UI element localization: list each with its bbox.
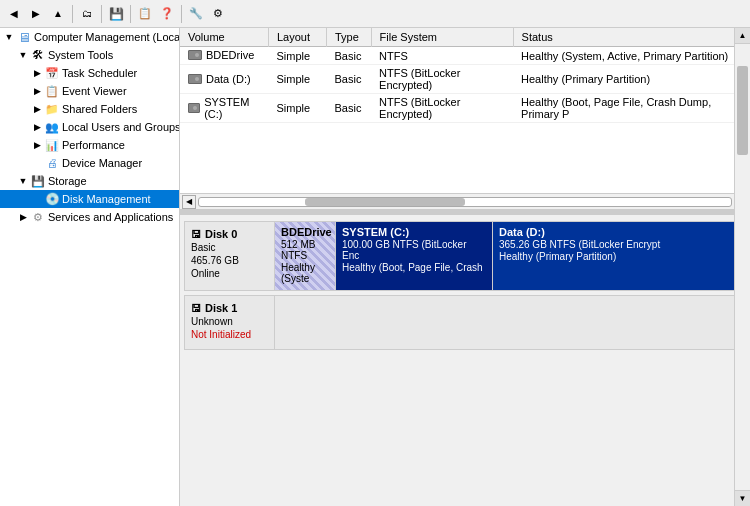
sidebar-item-event-viewer[interactable]: ▶ 📋 Event Viewer [0, 82, 179, 100]
cell-volume: Data (D:) [180, 65, 268, 94]
system-tools-icon: 🛠 [30, 47, 46, 63]
partition-bdedrive[interactable]: BDEDrive 512 MB NTFS Healthy (Syste [275, 222, 336, 290]
partition-bdedrive-status: Healthy (Syste [281, 262, 329, 284]
expand-services: ▶ [16, 210, 30, 224]
sidebar-item-task-scheduler[interactable]: ▶ 📅 Task Scheduler [0, 64, 179, 82]
sep2 [101, 5, 102, 23]
disk-layout-section: 🖫 Disk 0 Basic 465.76 GB Online BDEDrive… [180, 213, 750, 506]
hdd-icon [188, 103, 200, 113]
partition-bdedrive-name: BDEDrive [281, 226, 329, 238]
main-container: ▼ 🖥 Computer Management (Local ▼ 🛠 Syste… [0, 28, 750, 506]
system-tools-label: System Tools [48, 49, 113, 61]
expand-local-users: ▶ [30, 120, 44, 134]
disk-1-name: 🖫 Disk 1 [191, 302, 268, 314]
cell-status: Healthy (Primary Partition) [513, 65, 749, 94]
h-scroll-track[interactable] [198, 197, 732, 207]
table-row[interactable]: BDEDrive Simple Basic NTFS Healthy (Syst… [180, 47, 750, 65]
device-manager-icon: 🖨 [44, 155, 60, 171]
storage-label: Storage [48, 175, 87, 187]
scroll-left-btn[interactable]: ◀ [182, 195, 196, 209]
disk-row-1: 🖫 Disk 1 Unknown Not Initialized [184, 295, 746, 350]
help-button[interactable]: ❓ [157, 4, 177, 24]
disk-1-type: Unknown [191, 316, 268, 327]
partition-system-status: Healthy (Boot, Page File, Crash [342, 262, 486, 273]
computer-icon: 🖥 [16, 29, 32, 45]
disk-1-info: 🖫 Disk 1 Unknown Not Initialized [185, 296, 275, 349]
cell-status: Healthy (System, Active, Primary Partiti… [513, 47, 749, 65]
disk-management-icon: 💿 [44, 191, 60, 207]
v-scroll-thumb[interactable] [737, 66, 748, 155]
horizontal-scrollbar[interactable]: ◀ ▶ [180, 193, 750, 209]
expand-shared-folders: ▶ [30, 102, 44, 116]
partition-system-size: 100.00 GB NTFS (BitLocker Enc [342, 239, 486, 261]
task-scheduler-icon: 📅 [44, 65, 60, 81]
extra2-button[interactable]: ⚙ [208, 4, 228, 24]
sep1 [72, 5, 73, 23]
sidebar: ▼ 🖥 Computer Management (Local ▼ 🛠 Syste… [0, 28, 180, 506]
sidebar-item-local-users[interactable]: ▶ 👥 Local Users and Groups [0, 118, 179, 136]
col-status[interactable]: Status [513, 28, 749, 47]
cell-volume: BDEDrive [180, 47, 268, 65]
sidebar-item-performance[interactable]: ▶ 📊 Performance [0, 136, 179, 154]
partition-unknown [275, 296, 745, 349]
cell-layout: Simple [268, 94, 326, 123]
cell-type: Basic [326, 94, 371, 123]
disk-1-status: Not Initialized [191, 329, 268, 340]
sidebar-item-services[interactable]: ▶ ⚙ Services and Applications [0, 208, 179, 226]
col-filesystem[interactable]: File System [371, 28, 513, 47]
sidebar-item-system-tools[interactable]: ▼ 🛠 System Tools [0, 46, 179, 64]
disk-1-partitions [275, 296, 745, 349]
vertical-scrollbar[interactable]: ▲ ▼ [734, 28, 750, 506]
up-button[interactable]: ▲ [48, 4, 68, 24]
partition-data-status: Healthy (Primary Partition) [499, 251, 739, 262]
show-hide-button[interactable]: 🗂 [77, 4, 97, 24]
col-type[interactable]: Type [326, 28, 371, 47]
volume-table-area[interactable]: Volume Layout Type File System Status BD [180, 28, 750, 193]
properties-button[interactable]: 📋 [135, 4, 155, 24]
expand-task-scheduler: ▶ [30, 66, 44, 80]
h-scroll-thumb[interactable] [305, 198, 465, 206]
cell-type: Basic [326, 65, 371, 94]
performance-label: Performance [62, 139, 125, 151]
expand-storage: ▼ [16, 174, 30, 188]
shared-folders-icon: 📁 [44, 101, 60, 117]
cell-filesystem: NTFS [371, 47, 513, 65]
partition-system-name: SYSTEM (C:) [342, 226, 486, 238]
forward-button[interactable]: ▶ [26, 4, 46, 24]
cell-layout: Simple [268, 47, 326, 65]
storage-icon: 💾 [30, 173, 46, 189]
table-row[interactable]: Data (D:) Simple Basic NTFS (BitLocker E… [180, 65, 750, 94]
expand-root: ▼ [2, 30, 16, 44]
partition-bdedrive-size: 512 MB NTFS [281, 239, 329, 261]
save-button[interactable]: 💾 [106, 4, 126, 24]
performance-icon: 📊 [44, 137, 60, 153]
col-layout[interactable]: Layout [268, 28, 326, 47]
table-row[interactable]: SYSTEM (C:) Simple Basic NTFS (BitLocker… [180, 94, 750, 123]
disk-0-info: 🖫 Disk 0 Basic 465.76 GB Online [185, 222, 275, 290]
sidebar-item-storage[interactable]: ▼ 💾 Storage [0, 172, 179, 190]
event-viewer-label: Event Viewer [62, 85, 127, 97]
sidebar-item-root[interactable]: ▼ 🖥 Computer Management (Local [0, 28, 179, 46]
toolbar: ◀ ▶ ▲ 🗂 💾 📋 ❓ 🔧 ⚙ [0, 0, 750, 28]
scroll-down-btn[interactable]: ▼ [735, 490, 750, 506]
cell-status: Healthy (Boot, Page File, Crash Dump, Pr… [513, 94, 749, 123]
sidebar-item-disk-management[interactable]: ▶ 💿 Disk Management [0, 190, 179, 208]
sidebar-item-shared-folders[interactable]: ▶ 📁 Shared Folders [0, 100, 179, 118]
local-users-label: Local Users and Groups [62, 121, 180, 133]
v-scroll-track [735, 44, 750, 490]
partition-data-size: 365.26 GB NTFS (BitLocker Encrypt [499, 239, 739, 250]
task-scheduler-label: Task Scheduler [62, 67, 137, 79]
disk-1-icon: 🖫 [191, 303, 201, 314]
partition-system[interactable]: SYSTEM (C:) 100.00 GB NTFS (BitLocker En… [336, 222, 493, 290]
extra1-button[interactable]: 🔧 [186, 4, 206, 24]
sep3 [130, 5, 131, 23]
cell-filesystem: NTFS (BitLocker Encrypted) [371, 65, 513, 94]
partition-data[interactable]: Data (D:) 365.26 GB NTFS (BitLocker Encr… [493, 222, 745, 290]
root-label: Computer Management (Local [34, 31, 180, 43]
col-volume[interactable]: Volume [180, 28, 268, 47]
cell-filesystem: NTFS (BitLocker Encrypted) [371, 94, 513, 123]
scroll-up-btn[interactable]: ▲ [735, 28, 750, 44]
disk-0-partitions: BDEDrive 512 MB NTFS Healthy (Syste SYST… [275, 222, 745, 290]
back-button[interactable]: ◀ [4, 4, 24, 24]
sidebar-item-device-manager[interactable]: ▶ 🖨 Device Manager [0, 154, 179, 172]
